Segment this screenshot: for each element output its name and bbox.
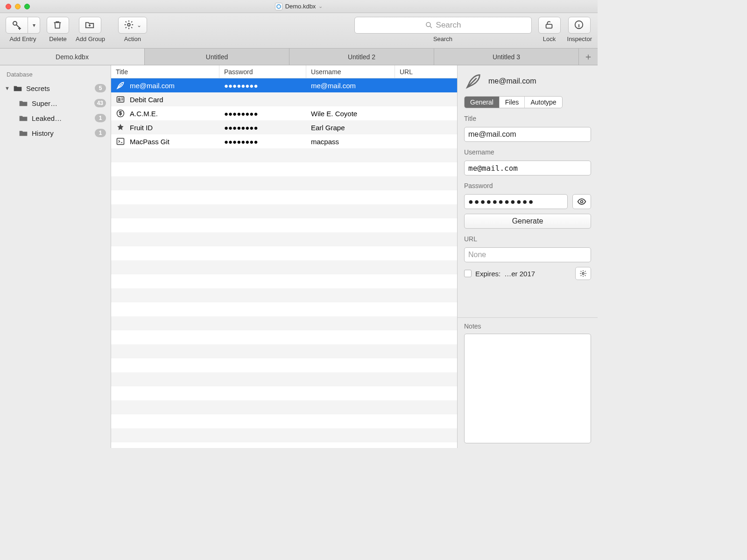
field-notes[interactable]: [464, 334, 591, 443]
sidebar-section-header: Database: [0, 68, 111, 81]
cell-password: ●●●●●●●●: [224, 138, 258, 146]
cell-username: Wile E. Coyote: [311, 110, 357, 118]
table-row[interactable]: A.C.M.E.●●●●●●●●Wile E. Coyote: [111, 106, 457, 120]
column-title[interactable]: Title: [111, 65, 219, 78]
sidebar-count-badge: 43: [94, 99, 106, 107]
trash-icon: [52, 20, 63, 31]
gear-icon: [124, 20, 135, 31]
new-tab-button[interactable]: ＋: [579, 49, 598, 65]
add-entry-button[interactable]: [6, 17, 28, 34]
svg-point-0: [13, 21, 17, 25]
doc-tab-label: Demo.kdbx: [56, 53, 89, 61]
cell-title: Fruit ID: [130, 124, 153, 132]
empty-row: [111, 316, 457, 330]
empty-row: [111, 372, 457, 386]
table-row[interactable]: MacPass Git●●●●●●●●macpass: [111, 134, 457, 148]
add-group-button[interactable]: [79, 17, 101, 34]
sidebar-count-badge: 1: [95, 114, 106, 122]
document-proxy-icon[interactable]: [275, 3, 282, 10]
idcard-icon: [116, 95, 125, 104]
generate-password-button[interactable]: Generate: [464, 214, 591, 229]
expires-checkbox[interactable]: [464, 270, 472, 277]
empty-row: [111, 232, 457, 246]
cell-password: ●●●●●●●●: [224, 110, 258, 118]
chevron-down-icon: ⌄: [137, 22, 141, 28]
inspector-tab-files[interactable]: Files: [500, 97, 525, 108]
inspector-button[interactable]: [568, 17, 591, 34]
inspector-title: me@mail.com: [488, 77, 536, 85]
empty-row: [111, 260, 457, 274]
add-entry-label: Add Entry: [9, 35, 36, 42]
empty-row: [111, 162, 457, 176]
sidebar-item-leaked[interactable]: Leaked… 1: [0, 111, 111, 126]
empty-row: [111, 218, 457, 232]
empty-row: [111, 288, 457, 302]
empty-row: [111, 400, 457, 414]
doc-tab-2[interactable]: Untitled 2: [289, 49, 434, 65]
expires-settings-button[interactable]: [575, 267, 591, 280]
lock-group: Lock: [538, 17, 561, 42]
svg-point-6: [119, 98, 120, 100]
folder-icon: [19, 115, 28, 122]
cell-password: ●●●●●●●●: [224, 124, 258, 132]
lock-button[interactable]: [538, 17, 561, 34]
sidebar-item-label: History: [32, 129, 54, 137]
label-url: URL: [464, 235, 591, 243]
search-input[interactable]: Search: [354, 17, 532, 34]
sidebar-item-secrets[interactable]: ▼ Secrets 5: [0, 81, 111, 96]
field-password[interactable]: ●●●●●●●●●●●: [464, 194, 568, 209]
column-password[interactable]: Password: [219, 65, 306, 78]
sidebar: Database ▼ Secrets 5 Super… 43 Leaked… 1: [0, 65, 111, 448]
search-icon: [425, 21, 433, 29]
cell-title: MacPass Git: [130, 138, 169, 146]
folder-icon: [19, 130, 28, 137]
feather-icon: [116, 81, 125, 90]
field-url[interactable]: None: [464, 247, 591, 262]
empty-row: [111, 358, 457, 372]
star-icon: [116, 123, 125, 132]
info-icon: [574, 20, 585, 31]
delete-button[interactable]: [47, 17, 69, 34]
empty-row: [111, 442, 457, 448]
inspector-label: Inspector: [567, 35, 592, 42]
svg-point-10: [582, 273, 584, 274]
empty-row: [111, 302, 457, 316]
table-header: Title Password Username URL: [111, 65, 457, 78]
title-bar: Demo.kdbx ⌄: [0, 0, 598, 13]
table-row[interactable]: me@mail.com●●●●●●●●me@mail.com: [111, 78, 457, 92]
label-password: Password: [464, 182, 591, 189]
sidebar-item-super[interactable]: Super… 43: [0, 96, 111, 111]
field-username[interactable]: me@mail.com: [464, 161, 591, 175]
sidebar-item-history[interactable]: History 1: [0, 126, 111, 140]
search-placeholder: Search: [436, 21, 461, 30]
sidebar-item-label: Secrets: [26, 84, 50, 92]
table-row[interactable]: Debit Card: [111, 92, 457, 106]
title-chevron-icon[interactable]: ⌄: [318, 3, 323, 9]
svg-point-1: [127, 23, 130, 26]
doc-tab-3[interactable]: Untitled 3: [434, 49, 579, 65]
table-row[interactable]: Fruit ID●●●●●●●●Earl Grape: [111, 120, 457, 134]
column-username[interactable]: Username: [306, 65, 395, 78]
add-entry-group: ▾ Add Entry: [6, 17, 40, 42]
action-button[interactable]: ⌄: [118, 17, 147, 34]
empty-row: [111, 386, 457, 400]
search-label: Search: [433, 35, 452, 42]
inspector-tab-autotype[interactable]: Autotype: [525, 97, 562, 108]
reveal-password-button[interactable]: [572, 194, 591, 209]
add-entry-dropdown-button[interactable]: ▾: [28, 17, 40, 34]
disclosure-triangle-icon[interactable]: ▼: [5, 85, 11, 91]
inspector-tab-general[interactable]: General: [465, 97, 500, 108]
inspector-group: Inspector: [567, 17, 592, 42]
folder-plus-icon: [85, 20, 96, 31]
empty-row: [111, 414, 457, 428]
field-title[interactable]: me@mail.com: [464, 127, 591, 142]
add-group-label: Add Group: [76, 35, 105, 42]
column-url[interactable]: URL: [395, 65, 457, 78]
inspector-tabs: General Files Autotype: [464, 96, 563, 108]
lock-open-icon: [544, 20, 555, 31]
terminal-icon: [116, 137, 125, 146]
delete-group: Delete: [47, 17, 69, 42]
doc-tab-0[interactable]: Demo.kdbx: [0, 49, 145, 65]
doc-tab-1[interactable]: Untitled: [145, 49, 289, 65]
empty-row: [111, 428, 457, 442]
